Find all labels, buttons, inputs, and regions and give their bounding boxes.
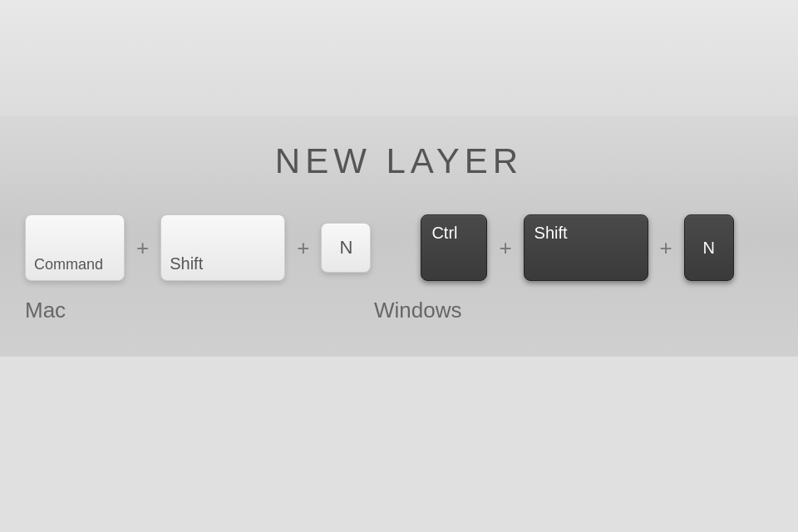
key-shift-mac: Shift xyxy=(160,214,285,281)
windows-shortcut-group: Ctrl + Shift + N xyxy=(421,214,733,281)
mac-shortcut-group: Command + Shift + N xyxy=(25,214,371,281)
main-content: NEW LAYER Command + Shift + N Ctrl + Shi… xyxy=(0,116,798,357)
top-bar xyxy=(0,0,798,116)
plus-1-win: + xyxy=(499,235,511,261)
key-command: Command xyxy=(25,214,125,281)
key-n-mac: N xyxy=(321,223,371,273)
platform-labels: Mac Windows xyxy=(25,298,773,323)
key-ctrl: Ctrl xyxy=(421,214,487,281)
shortcuts-row: Command + Shift + N Ctrl + Shift + N xyxy=(25,214,773,281)
plus-1-mac: + xyxy=(136,235,149,261)
page-title: NEW LAYER xyxy=(25,141,773,181)
windows-label: Windows xyxy=(374,298,461,323)
bottom-bar xyxy=(0,357,798,465)
key-shift-win: Shift xyxy=(524,214,648,281)
plus-2-win: + xyxy=(660,235,672,261)
mac-label: Mac xyxy=(25,298,324,323)
plus-2-mac: + xyxy=(297,235,309,261)
key-n-win: N xyxy=(684,214,734,281)
